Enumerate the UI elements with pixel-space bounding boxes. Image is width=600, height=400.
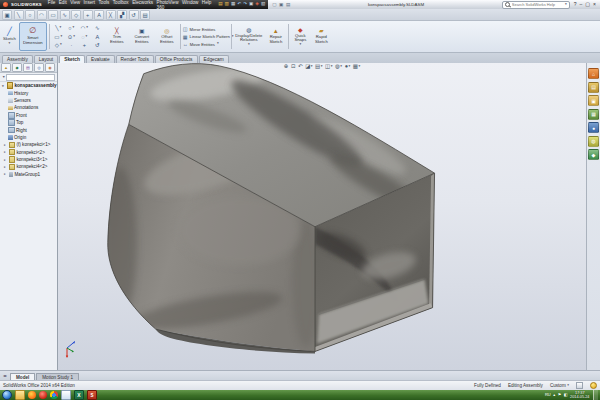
zoom-to-area-icon[interactable]: ⊡ — [291, 64, 296, 70]
sketch-tool-icon-4[interactable]: ◠ — [37, 10, 47, 20]
properties-icon[interactable]: ▢ — [272, 2, 276, 7]
circle-tool-button[interactable]: ○▾ — [65, 24, 78, 33]
quick-snaps-button[interactable]: ◆ Quick Snaps ▾ — [291, 22, 310, 51]
ellipse-tool-button[interactable]: ◌▾ — [78, 32, 91, 41]
construction-tool-button[interactable]: ↺ — [91, 41, 104, 50]
sketch-tool-icon-8[interactable]: + — [83, 10, 93, 20]
tree-item-component-1[interactable]: ▸(f) konspekci<1> — [0, 141, 57, 148]
sketch-tool-icon-9[interactable]: A — [94, 10, 104, 20]
configuration-dropdown[interactable]: Custom ▾ — [550, 383, 569, 388]
help-search-box[interactable]: ▾ — [502, 1, 570, 9]
dimxpert-manager-tab-icon[interactable]: ◎ — [34, 63, 44, 72]
tree-item-top-plane[interactable]: Top — [0, 119, 57, 126]
exit-sketch-button[interactable]: ╱ Sketch ▾ — [2, 22, 17, 51]
expand-caret-icon[interactable]: ▾ — [2, 84, 5, 88]
tree-item-annotations[interactable]: Annotations — [0, 104, 57, 111]
redo-icon[interactable]: ↷ — [243, 2, 247, 7]
taskbar-clock[interactable]: 17:37 2014-05-24 — [570, 391, 589, 400]
forum-icon[interactable]: ◆ — [588, 149, 599, 160]
configuration-manager-tab-icon[interactable]: ▤ — [23, 63, 33, 72]
excel-taskbar-icon[interactable]: X — [74, 390, 84, 400]
offset-entities-button[interactable]: ◎ Offset Entities — [156, 22, 178, 51]
search-dropdown-caret[interactable]: ▾ — [565, 3, 567, 7]
polygon-tool-button[interactable]: ◇▾ — [52, 41, 65, 50]
tree-root-node[interactable]: ▾ konspacsassembly — [0, 82, 57, 89]
sketch-tool-icon-5[interactable]: ▭ — [48, 10, 58, 20]
view-orientation-icon[interactable]: ▤▾ — [315, 64, 322, 70]
show-desktop-button[interactable] — [593, 390, 598, 400]
status-mini-icon[interactable] — [576, 382, 583, 389]
tab-office-products[interactable]: Office Products — [155, 55, 198, 63]
3d-model-lofted-duct[interactable] — [58, 63, 586, 370]
view-palette-icon[interactable]: ▦ — [588, 109, 599, 120]
linear-sketch-pattern-button[interactable]: ▦Linear Sketch Pattern▾ — [183, 34, 229, 40]
tree-item-sensors[interactable]: Sensors — [0, 97, 57, 104]
solidworks-taskbar-icon[interactable]: S — [87, 390, 97, 400]
tab-evaluate[interactable]: Evaluate — [86, 55, 115, 63]
sketch-tool-icon-1[interactable]: ▣ — [2, 10, 12, 20]
display-delete-relations-button[interactable]: ◍ Display/Delete Relations ▾ — [234, 22, 264, 51]
previous-view-icon[interactable]: ↶ — [298, 64, 303, 70]
action-center-icon[interactable]: ⚑ — [558, 393, 562, 397]
tab-edgecam[interactable]: Edgecam — [199, 55, 229, 63]
convert-entities-button[interactable]: ▣ Convert Entities — [130, 22, 154, 51]
rebuild-icon[interactable]: ◈ — [255, 2, 259, 7]
appearance-icon[interactable]: ▣ — [279, 2, 283, 7]
arc-tool-button[interactable]: ◠▾ — [78, 24, 91, 33]
select-icon[interactable]: ▣ — [249, 2, 253, 7]
chrome-taskbar-icon[interactable] — [50, 391, 58, 399]
edit-appearance-icon[interactable]: ●▾ — [345, 64, 351, 70]
tab-scroll-arrows[interactable]: ◂▸ — [3, 373, 7, 378]
filter-icon[interactable]: ▼ — [2, 75, 5, 79]
tree-item-origin[interactable]: Origin — [0, 134, 57, 141]
rapid-sketch-button[interactable]: ▰ Rapid Sketch — [312, 22, 331, 51]
section-view-icon[interactable]: ◪▾ — [305, 64, 312, 70]
zoom-to-fit-icon[interactable]: ⊕ — [284, 64, 289, 70]
firefox-taskbar-icon[interactable] — [28, 391, 36, 399]
open-document-icon[interactable]: ▥ — [225, 2, 229, 7]
fillet-tool-button[interactable]: + — [78, 41, 91, 50]
feature-tree-tab-icon[interactable]: ▲ — [1, 63, 11, 72]
close-button[interactable]: × — [593, 2, 596, 7]
point-tool-button[interactable]: · — [65, 41, 78, 50]
text-tool-button[interactable]: A — [91, 32, 104, 41]
tab-layout[interactable]: Layout — [34, 55, 58, 63]
trim-entities-button[interactable]: ╳ Trim Entities — [106, 22, 128, 51]
sketch-tool-icon-10[interactable]: ╳ — [106, 10, 116, 20]
maximize-button[interactable]: ▢ — [585, 2, 590, 7]
undo-icon[interactable]: ↶ — [237, 2, 241, 7]
tab-motion-study[interactable]: Motion Study 1 — [36, 373, 79, 380]
tree-item-component-3[interactable]: ▸konspekci3<1> — [0, 156, 57, 163]
tab-assembly[interactable]: Assembly — [2, 55, 33, 63]
tree-item-component-2[interactable]: ▸konspekci<2> — [0, 149, 57, 156]
solidworks-resources-icon[interactable]: ⌂ — [588, 68, 599, 79]
custom-properties-icon[interactable]: ◍ — [588, 136, 599, 147]
sketch-tool-icon-3[interactable]: ○ — [25, 10, 35, 20]
sketch-caret-icon[interactable]: ▾ — [9, 42, 11, 46]
sketch-tool-icon-6[interactable]: ∿ — [60, 10, 70, 20]
file-explorer-icon[interactable]: ▣ — [588, 95, 599, 106]
appearances-scenes-icon[interactable]: ● — [588, 122, 599, 133]
save-icon[interactable]: ▦ — [231, 2, 235, 7]
mirror-entities-button[interactable]: ◫Mirror Entities — [183, 26, 229, 32]
sketch-tool-icon-11[interactable]: ▞ — [117, 10, 127, 20]
hide-show-items-icon[interactable]: ◍▾ — [335, 64, 342, 70]
start-button[interactable] — [2, 390, 12, 400]
filter-input[interactable] — [6, 74, 55, 81]
tree-item-component-4[interactable]: ▸konspekci4<2> — [0, 163, 57, 170]
new-document-icon[interactable]: ▤ — [218, 2, 222, 7]
notepad-taskbar-icon[interactable] — [61, 390, 71, 400]
rectangle-tool-button[interactable]: ▭▾ — [52, 32, 65, 41]
help-badge-icon[interactable] — [590, 382, 597, 389]
sketch-tool-icon-2[interactable]: ╲ — [14, 10, 24, 20]
tab-model[interactable]: Model — [10, 373, 35, 380]
opera-taskbar-icon[interactable] — [39, 391, 47, 399]
property-manager-tab-icon[interactable]: ◆ — [12, 63, 22, 72]
sketch-tool-icon-7[interactable]: ◇ — [71, 10, 81, 20]
sketch-tool-icon-12[interactable]: ↺ — [129, 10, 139, 20]
slot-tool-button[interactable]: ⊙▾ — [65, 32, 78, 41]
search-input[interactable] — [512, 2, 563, 7]
apply-scene-icon[interactable]: ▦▾ — [353, 64, 360, 70]
help-button[interactable]: ? — [574, 2, 577, 7]
tab-render-tools[interactable]: Render Tools — [116, 55, 154, 63]
